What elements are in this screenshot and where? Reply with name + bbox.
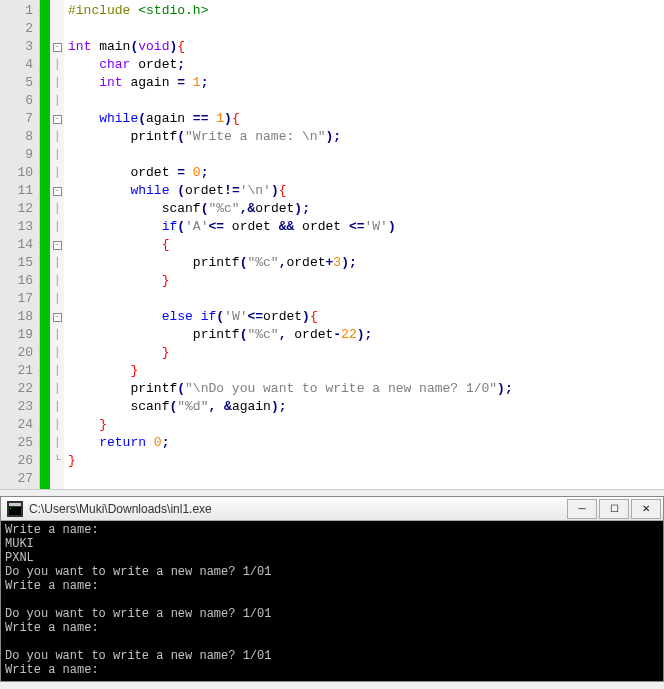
- line-number: 7: [0, 110, 39, 128]
- fold-toggle[interactable]: -: [50, 308, 64, 326]
- line-number: 14: [0, 236, 39, 254]
- maximize-button[interactable]: ☐: [599, 499, 629, 519]
- line-number: 24: [0, 416, 39, 434]
- line-number: 9: [0, 146, 39, 164]
- line-number: 8: [0, 128, 39, 146]
- fold-toggle[interactable]: -: [50, 182, 64, 200]
- window-controls: ─ ☐ ✕: [567, 499, 663, 519]
- line-number: 5: [0, 74, 39, 92]
- line-number: 13: [0, 218, 39, 236]
- line-number: 22: [0, 380, 39, 398]
- svg-rect-1: [9, 503, 21, 506]
- line-number: 20: [0, 344, 39, 362]
- fold-gutter: - │││ - │││ - ││ - │││ - │││ │││ │└: [50, 0, 64, 489]
- svg-rect-3: [10, 508, 11, 509]
- line-number: 25: [0, 434, 39, 452]
- line-number: 1: [0, 2, 39, 20]
- line-number-gutter: 1 2 3 4 5 6 7 8 9 10 11 12 13 14 15 16 1…: [0, 0, 40, 489]
- line-number: 23: [0, 398, 39, 416]
- console-titlebar[interactable]: C:\Users\Muki\Downloads\inl1.exe ─ ☐ ✕: [1, 497, 663, 521]
- change-margin: [40, 0, 50, 489]
- line-number: 6: [0, 92, 39, 110]
- console-output[interactable]: Write a name: MUKI PXNL Do you want to w…: [1, 521, 663, 681]
- fold-toggle[interactable]: -: [50, 236, 64, 254]
- console-title: C:\Users\Muki\Downloads\inl1.exe: [29, 502, 567, 516]
- code-editor: 1 2 3 4 5 6 7 8 9 10 11 12 13 14 15 16 1…: [0, 0, 664, 490]
- line-number: 17: [0, 290, 39, 308]
- line-number: 15: [0, 254, 39, 272]
- fold-toggle[interactable]: -: [50, 38, 64, 56]
- line-number: 12: [0, 200, 39, 218]
- code-text-area[interactable]: #include <stdio.h> int main(void){ char …: [64, 0, 664, 489]
- line-number: 4: [0, 56, 39, 74]
- line-number: 10: [0, 164, 39, 182]
- close-button[interactable]: ✕: [631, 499, 661, 519]
- line-number: 21: [0, 362, 39, 380]
- console-window: C:\Users\Muki\Downloads\inl1.exe ─ ☐ ✕ W…: [0, 496, 664, 682]
- minimize-button[interactable]: ─: [567, 499, 597, 519]
- line-number: 16: [0, 272, 39, 290]
- fold-toggle[interactable]: -: [50, 110, 64, 128]
- line-number: 2: [0, 20, 39, 38]
- line-number: 18: [0, 308, 39, 326]
- line-number: 27: [0, 470, 39, 488]
- line-number: 3: [0, 38, 39, 56]
- app-icon: [7, 501, 23, 517]
- line-number: 11: [0, 182, 39, 200]
- line-number: 19: [0, 326, 39, 344]
- line-number: 26: [0, 452, 39, 470]
